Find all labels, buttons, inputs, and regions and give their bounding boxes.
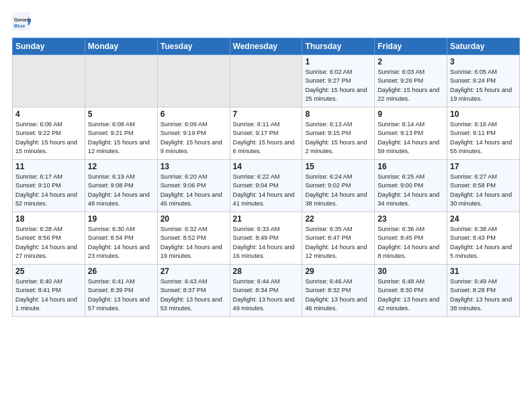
calendar-cell: 25Sunrise: 6:40 AMSunset: 8:41 PMDayligh… — [13, 265, 85, 317]
day-info: Sunrise: 6:40 AMSunset: 8:41 PMDaylight:… — [15, 277, 82, 313]
day-info: Sunrise: 6:09 AMSunset: 9:19 PMDaylight:… — [161, 120, 227, 156]
calendar-cell — [85, 55, 157, 107]
day-number: 31 — [450, 267, 517, 276]
calendar-cell: 31Sunrise: 6:49 AMSunset: 8:28 PMDayligh… — [447, 265, 520, 317]
day-number: 5 — [88, 109, 154, 119]
day-info: Sunrise: 6:06 AMSunset: 9:22 PMDaylight:… — [15, 120, 82, 156]
day-number: 30 — [378, 267, 444, 276]
day-info: Sunrise: 6:44 AMSunset: 8:34 PMDaylight:… — [233, 277, 300, 313]
day-number: 9 — [378, 109, 444, 119]
calendar-cell: 10Sunrise: 6:16 AMSunset: 9:11 PMDayligh… — [447, 107, 520, 160]
weekday-header: Wednesday — [230, 38, 302, 55]
header: General Blue — [12, 12, 520, 32]
calendar-cell: 12Sunrise: 6:19 AMSunset: 9:08 PMDayligh… — [85, 160, 157, 212]
day-info: Sunrise: 6:14 AMSunset: 9:13 PMDaylight:… — [378, 120, 444, 156]
calendar-cell — [157, 55, 230, 107]
day-info: Sunrise: 6:24 AMSunset: 9:02 PMDaylight:… — [305, 173, 371, 208]
weekday-header: Monday — [85, 38, 157, 55]
day-number: 22 — [305, 214, 371, 224]
day-number: 15 — [305, 162, 371, 171]
day-info: Sunrise: 6:30 AMSunset: 8:54 PMDaylight:… — [88, 225, 154, 261]
logo-icon: General Blue — [12, 12, 31, 31]
day-info: Sunrise: 6:46 AMSunset: 8:32 PMDaylight:… — [305, 277, 371, 313]
weekday-header: Saturday — [447, 38, 520, 55]
day-number: 24 — [450, 214, 517, 224]
calendar-cell: 26Sunrise: 6:41 AMSunset: 8:39 PMDayligh… — [85, 265, 157, 317]
calendar-cell: 23Sunrise: 6:36 AMSunset: 8:45 PMDayligh… — [375, 212, 447, 265]
weekday-header: Thursday — [302, 38, 375, 55]
day-number: 10 — [450, 109, 517, 119]
calendar-cell: 3Sunrise: 6:05 AMSunset: 9:24 PMDaylight… — [447, 55, 520, 107]
calendar-cell: 22Sunrise: 6:35 AMSunset: 8:47 PMDayligh… — [302, 212, 375, 265]
day-info: Sunrise: 6:20 AMSunset: 9:06 PMDaylight:… — [161, 173, 227, 208]
calendar-cell: 7Sunrise: 6:11 AMSunset: 9:17 PMDaylight… — [230, 107, 302, 160]
calendar-cell: 17Sunrise: 6:27 AMSunset: 8:58 PMDayligh… — [447, 160, 520, 212]
day-number: 12 — [88, 162, 154, 171]
day-number: 7 — [233, 109, 300, 119]
calendar-week-row: 18Sunrise: 6:28 AMSunset: 8:56 PMDayligh… — [13, 212, 520, 265]
day-info: Sunrise: 6:08 AMSunset: 9:21 PMDaylight:… — [88, 120, 154, 156]
day-info: Sunrise: 6:32 AMSunset: 8:52 PMDaylight:… — [161, 225, 227, 261]
svg-text:Blue: Blue — [14, 23, 26, 29]
calendar-week-row: 25Sunrise: 6:40 AMSunset: 8:41 PMDayligh… — [13, 265, 520, 317]
day-number: 17 — [450, 162, 517, 171]
calendar-cell — [13, 55, 85, 107]
day-info: Sunrise: 6:19 AMSunset: 9:08 PMDaylight:… — [88, 173, 154, 208]
calendar-cell: 4Sunrise: 6:06 AMSunset: 9:22 PMDaylight… — [13, 107, 85, 160]
weekday-header-row: SundayMondayTuesdayWednesdayThursdayFrid… — [13, 38, 520, 55]
calendar-cell: 30Sunrise: 6:48 AMSunset: 8:30 PMDayligh… — [375, 265, 447, 317]
day-info: Sunrise: 6:48 AMSunset: 8:30 PMDaylight:… — [378, 277, 444, 313]
day-number: 16 — [378, 162, 444, 171]
calendar-cell: 29Sunrise: 6:46 AMSunset: 8:32 PMDayligh… — [302, 265, 375, 317]
day-info: Sunrise: 6:25 AMSunset: 9:00 PMDaylight:… — [378, 173, 444, 208]
calendar-cell: 28Sunrise: 6:44 AMSunset: 8:34 PMDayligh… — [230, 265, 302, 317]
day-info: Sunrise: 6:13 AMSunset: 9:15 PMDaylight:… — [305, 120, 371, 156]
day-number: 23 — [378, 214, 444, 224]
calendar-cell: 13Sunrise: 6:20 AMSunset: 9:06 PMDayligh… — [157, 160, 230, 212]
day-info: Sunrise: 6:36 AMSunset: 8:45 PMDaylight:… — [378, 225, 444, 261]
calendar-week-row: 11Sunrise: 6:17 AMSunset: 9:10 PMDayligh… — [13, 160, 520, 212]
day-info: Sunrise: 6:27 AMSunset: 8:58 PMDaylight:… — [450, 173, 517, 208]
day-number: 20 — [161, 214, 227, 224]
calendar-cell: 14Sunrise: 6:22 AMSunset: 9:04 PMDayligh… — [230, 160, 302, 212]
day-number: 1 — [305, 57, 371, 66]
day-info: Sunrise: 6:11 AMSunset: 9:17 PMDaylight:… — [233, 120, 300, 156]
logo: General Blue — [12, 12, 31, 32]
calendar-week-row: 1Sunrise: 6:02 AMSunset: 9:27 PMDaylight… — [13, 55, 520, 107]
calendar-cell: 9Sunrise: 6:14 AMSunset: 9:13 PMDaylight… — [375, 107, 447, 160]
day-info: Sunrise: 6:49 AMSunset: 8:28 PMDaylight:… — [450, 277, 517, 313]
day-number: 13 — [161, 162, 227, 171]
day-number: 26 — [88, 267, 154, 276]
calendar-page: General Blue SundayMondayTuesdayWednesda… — [0, 0, 532, 324]
day-number: 29 — [305, 267, 371, 276]
calendar-cell: 6Sunrise: 6:09 AMSunset: 9:19 PMDaylight… — [157, 107, 230, 160]
day-info: Sunrise: 6:35 AMSunset: 8:47 PMDaylight:… — [305, 225, 371, 261]
calendar-cell: 21Sunrise: 6:33 AMSunset: 8:49 PMDayligh… — [230, 212, 302, 265]
calendar-cell: 19Sunrise: 6:30 AMSunset: 8:54 PMDayligh… — [85, 212, 157, 265]
day-number: 11 — [15, 162, 82, 171]
day-number: 8 — [305, 109, 371, 119]
calendar-cell: 18Sunrise: 6:28 AMSunset: 8:56 PMDayligh… — [13, 212, 85, 265]
calendar-week-row: 4Sunrise: 6:06 AMSunset: 9:22 PMDaylight… — [13, 107, 520, 160]
day-number: 4 — [15, 109, 82, 119]
day-info: Sunrise: 6:38 AMSunset: 8:43 PMDaylight:… — [450, 225, 517, 261]
day-info: Sunrise: 6:43 AMSunset: 8:37 PMDaylight:… — [161, 277, 227, 313]
calendar-cell: 2Sunrise: 6:03 AMSunset: 9:26 PMDaylight… — [375, 55, 447, 107]
day-info: Sunrise: 6:41 AMSunset: 8:39 PMDaylight:… — [88, 277, 154, 313]
day-number: 25 — [15, 267, 82, 276]
calendar-cell: 16Sunrise: 6:25 AMSunset: 9:00 PMDayligh… — [375, 160, 447, 212]
calendar-cell: 15Sunrise: 6:24 AMSunset: 9:02 PMDayligh… — [302, 160, 375, 212]
calendar-cell: 27Sunrise: 6:43 AMSunset: 8:37 PMDayligh… — [157, 265, 230, 317]
day-number: 28 — [233, 267, 300, 276]
day-info: Sunrise: 6:02 AMSunset: 9:27 PMDaylight:… — [305, 68, 371, 103]
day-info: Sunrise: 6:28 AMSunset: 8:56 PMDaylight:… — [15, 225, 82, 261]
day-number: 18 — [15, 214, 82, 224]
day-info: Sunrise: 6:17 AMSunset: 9:10 PMDaylight:… — [15, 173, 82, 208]
day-number: 6 — [161, 109, 227, 119]
day-info: Sunrise: 6:05 AMSunset: 9:24 PMDaylight:… — [450, 68, 517, 103]
day-number: 2 — [378, 57, 444, 66]
day-number: 27 — [161, 267, 227, 276]
day-info: Sunrise: 6:33 AMSunset: 8:49 PMDaylight:… — [233, 225, 300, 261]
day-number: 19 — [88, 214, 154, 224]
calendar-cell: 20Sunrise: 6:32 AMSunset: 8:52 PMDayligh… — [157, 212, 230, 265]
